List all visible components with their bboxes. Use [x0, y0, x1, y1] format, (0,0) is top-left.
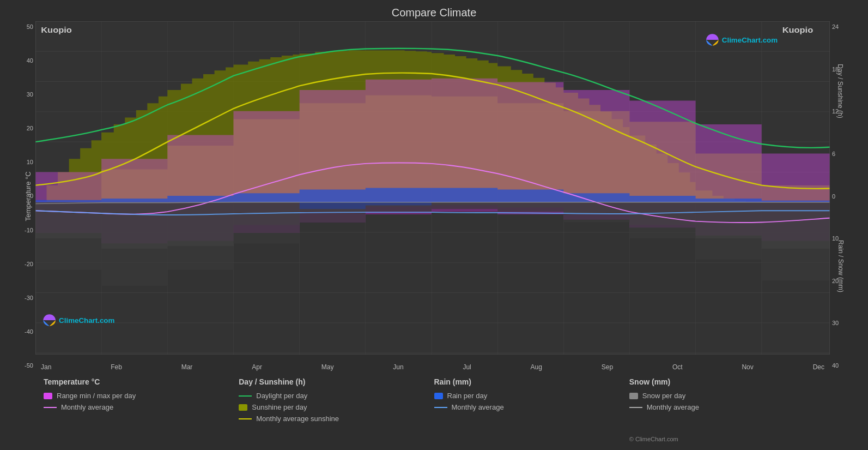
x-axis: Jan Feb Mar Apr May Jun Jul Aug Sep Oct …: [35, 355, 830, 371]
legend-item-rain-per-day: Rain per day: [434, 392, 629, 400]
x-tick-feb: Feb: [111, 363, 122, 371]
legend-label-sunshine-avg: Monthly average sunshine: [256, 415, 339, 423]
svg-text:ClimeChart.com: ClimeChart.com: [722, 36, 778, 44]
legend-title-rain: Rain (mm): [434, 377, 629, 386]
legend-item-temp-avg: Monthly average: [44, 403, 239, 411]
legend-label-sunshine: Sunshine per day: [252, 403, 307, 411]
x-tick-nov: Nov: [742, 363, 753, 371]
page-title: Compare Climate: [0, 0, 868, 21]
x-tick-sep: Sep: [602, 363, 613, 371]
legend-item-daylight: Daylight per day: [239, 392, 434, 400]
legend-line-temp-avg: [44, 407, 57, 408]
x-tick-oct: Oct: [672, 363, 683, 371]
svg-text:ClimeChart.com: ClimeChart.com: [59, 316, 114, 325]
legend-swatch-sunshine: [239, 404, 247, 411]
svg-text:Kuopio: Kuopio: [782, 26, 814, 35]
legend-item-snow-avg: Monthly average: [629, 403, 824, 411]
svg-text:Kuopio: Kuopio: [41, 26, 72, 35]
x-tick-mar: Mar: [181, 363, 193, 371]
y-axis-right-bottom-label: Rain / Snow (mm): [837, 240, 845, 292]
legend-line-snow-avg: [629, 407, 642, 408]
legend-item-sunshine-per-day: Sunshine per day: [239, 403, 434, 411]
x-tick-apr: Apr: [252, 363, 262, 371]
legend-label-rain: Rain per day: [447, 392, 488, 400]
legend-col-temperature: Temperature °C Range min / max per day M…: [44, 377, 239, 443]
legend-label-temp-range: Range min / max per day: [57, 392, 136, 400]
legend-col-snow: Snow (mm) Snow per day Monthly average ©…: [629, 377, 824, 443]
legend-item-snow-per-day: Snow per day: [629, 392, 824, 400]
legend-label-daylight: Daylight per day: [256, 392, 307, 400]
legend-line-rain-avg: [434, 407, 447, 408]
copyright-label: © ClimeChart.com: [629, 436, 678, 442]
legend-item-rain-avg: Monthly average: [434, 403, 629, 411]
legend-label-snow: Snow per day: [642, 392, 686, 400]
x-tick-jun: Jun: [393, 363, 403, 371]
legend-label-snow-avg: Monthly average: [647, 403, 699, 411]
legend-col-sunshine: Day / Sunshine (h) Daylight per day Suns…: [239, 377, 434, 443]
x-tick-aug: Aug: [531, 363, 542, 371]
legend-label-rain-avg: Monthly average: [452, 403, 504, 411]
legend-item-sunshine-avg: Monthly average sunshine: [239, 415, 434, 423]
legend-col-rain: Rain (mm) Rain per day Monthly average: [434, 377, 629, 443]
legend-line-daylight: [239, 395, 252, 397]
legend-swatch-rain: [434, 393, 443, 399]
y-axis-right-top-label: Day / Sunshine (h): [836, 64, 843, 118]
y-axis-left: Temperature °C 50 40 30 20 10 0 -10 -20 …: [0, 21, 35, 371]
legend-swatch-snow: [629, 393, 638, 399]
legend-title-temp: Temperature °C: [44, 377, 239, 386]
y-axis-left-ticks: 50 40 30 20 10 0 -10 -20 -30 -40 -50: [22, 21, 35, 371]
chart-main: Kuopio Kuopio ClimeChart.com ClimeChart.…: [35, 21, 830, 371]
legend-line-sunshine-avg: [239, 418, 252, 419]
chart-svg: Kuopio Kuopio ClimeChart.com ClimeChart.…: [35, 21, 830, 355]
chart-area: Temperature °C 50 40 30 20 10 0 -10 -20 …: [0, 21, 868, 371]
legend: Temperature °C Range min / max per day M…: [0, 371, 868, 450]
legend-label-temp-avg: Monthly average: [61, 403, 113, 411]
x-tick-dec: Dec: [813, 363, 824, 371]
legend-item-temp-range: Range min / max per day: [44, 392, 239, 400]
x-tick-jan: Jan: [41, 363, 51, 371]
legend-swatch-temp-range: [44, 393, 52, 399]
y-axis-right: 24 18 12 6 0 10 20 30 40 Day / Sunshine …: [830, 21, 868, 371]
legend-title-snow: Snow (mm): [629, 377, 824, 386]
chart-inner: Kuopio Kuopio ClimeChart.com ClimeChart.…: [35, 21, 830, 355]
legend-title-sunshine: Day / Sunshine (h): [239, 377, 434, 386]
x-tick-may: May: [321, 363, 334, 371]
page-container: Compare Climate Temperature °C 50 40 30 …: [0, 0, 868, 450]
x-tick-jul: Jul: [463, 363, 471, 371]
